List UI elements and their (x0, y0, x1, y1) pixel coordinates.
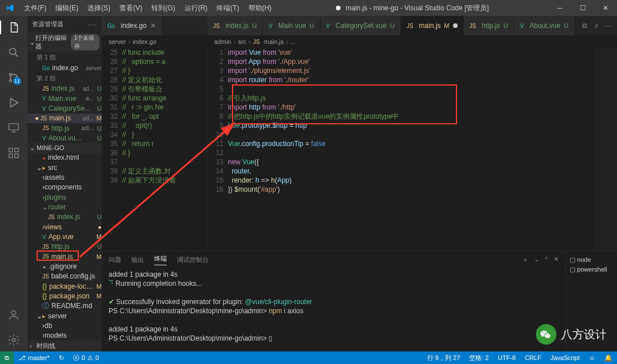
close-icon[interactable]: ✕ (594, 0, 617, 16)
activity-bar: 11 (0, 16, 27, 351)
menu-item[interactable]: 文件(F) (19, 0, 51, 16)
run-debug-icon[interactable] (7, 96, 21, 110)
extensions-icon[interactable] (7, 146, 21, 160)
editor-tabs-right: JSindex.jsUVMain.vueUVCategorySet.vueUJS… (207, 16, 617, 35)
open-editor-item[interactable]: VMain.vuea...U (27, 94, 102, 103)
branch-indicator[interactable]: ⎇ master* (14, 354, 54, 362)
editor-pane-right[interactable]: 1import Vue from 'vue'2import App from '… (207, 48, 617, 251)
group-1-label: 第 1 组 (27, 52, 102, 63)
tree-folder[interactable]: › components (27, 183, 102, 192)
settings-gear-icon[interactable] (7, 333, 21, 347)
compare-icon[interactable]: ⫽ (593, 22, 600, 30)
terminal[interactable]: added 1 package in 4s⠙ Running completio… (102, 268, 566, 351)
open-editor-item[interactable]: ●JSmain.jsad...M (27, 114, 102, 123)
panel-tab[interactable]: 调试控制台 (177, 256, 209, 264)
tree-folder[interactable]: ⌄▸src (27, 163, 102, 172)
editor-area: Goindex.go✕ JSindex.jsUVMain.vueUVCatego… (102, 16, 617, 351)
tree-item[interactable]: {}package.jsonM (27, 291, 102, 301)
more-icon[interactable]: ··· (89, 21, 97, 28)
remote-indicator[interactable]: ⧉ (0, 351, 14, 364)
editor-tab[interactable]: Goindex.go✕ (102, 16, 162, 35)
problems-indicator[interactable]: ⓧ 0 ⚠ 0 (69, 354, 103, 362)
sync-indicator[interactable]: ↻ (54, 354, 69, 362)
panel-close-icon[interactable]: ✕ (554, 256, 559, 264)
svg-point-2 (10, 80, 12, 82)
panel-tabs: 问题输出终端调试控制台 ＋ ⌄ ^ ✕ (102, 252, 566, 268)
editor-pane-left[interactable]: 25// func include26// options = a27// }2… (102, 48, 207, 251)
tree-folder[interactable]: › models (27, 331, 102, 341)
tree-item[interactable]: JShttp.jsU (27, 242, 102, 252)
open-editor-item[interactable]: Goindex.goserver (27, 63, 102, 72)
search-icon[interactable] (7, 46, 21, 59)
minimize-icon[interactable]: ─ (548, 0, 571, 16)
breadcrumb-right[interactable]: admin›src›JS main.js›... (207, 35, 617, 48)
tree-folder[interactable]: › plugins (27, 192, 102, 202)
tree-item[interactable]: ⓘREADME.md (27, 301, 102, 311)
svg-point-1 (10, 74, 12, 76)
panel-tab[interactable]: 问题 (109, 256, 121, 264)
tree-folder[interactable]: › db (27, 321, 102, 330)
encoding-indicator[interactable]: UTF-8 (494, 354, 520, 361)
panel-add-icon[interactable]: ＋ (522, 256, 528, 264)
notifications-icon[interactable]: 🔔 (600, 354, 617, 362)
menu-item[interactable]: 帮助(H) (244, 0, 277, 16)
tree-item[interactable]: VApp.vueM (27, 232, 102, 241)
tree-folder[interactable]: ⌄ router (27, 202, 102, 212)
indent-indicator[interactable]: 空格: 2 (464, 354, 493, 362)
breadcrumb-left[interactable]: server›index.go (102, 35, 207, 48)
menu-item[interactable]: 编辑(E) (51, 0, 83, 16)
editor-tab[interactable]: JSmain.jsM (401, 16, 464, 35)
editor-tab[interactable]: VMain.vueU (263, 16, 320, 35)
split-editor-icon[interactable]: ⧉ (582, 22, 587, 30)
remote-explorer-icon[interactable] (7, 121, 21, 135)
panel-tab[interactable]: 输出 (131, 256, 144, 264)
explorer-sidebar: 资源管理器··· ⌄打开的编辑器1个未保存 第 1 组 Goindex.gose… (27, 16, 102, 351)
open-editor-item[interactable]: VCategorySe...U (27, 103, 102, 113)
tree-item[interactable]: JSindex.jsU (27, 212, 102, 222)
open-editor-item[interactable]: JSindex.jsad...U (27, 84, 102, 94)
svg-rect-5 (9, 148, 13, 152)
tree-item[interactable]: {}package-lock.j...M (27, 281, 102, 291)
open-editors-header[interactable]: ⌄打开的编辑器1个未保存 (27, 33, 102, 52)
minimap[interactable] (594, 48, 617, 251)
editor-tab[interactable]: VCategorySet.vueU (320, 16, 401, 35)
feedback-icon[interactable]: ☺ (584, 354, 600, 361)
open-editor-item[interactable]: JShttp.jsadi...U (27, 123, 102, 133)
title-bar: 文件(F)编辑(E)选择(S)查看(V)转到(G)运行(R)终端(T)帮助(H)… (0, 0, 617, 16)
chevron-down-icon[interactable]: ⌄ (534, 256, 539, 264)
eol-indicator[interactable]: CRLF (520, 354, 546, 361)
editor-tab[interactable]: JSindex.jsU (207, 16, 263, 35)
tree-folder[interactable]: › views● (27, 222, 102, 232)
panel-maximize-icon[interactable]: ^ (545, 256, 548, 264)
svg-rect-7 (9, 154, 13, 157)
menu-item[interactable]: 选择(S) (83, 0, 115, 16)
menu-item[interactable]: 运行(R) (180, 0, 213, 16)
terminal-instance[interactable]: ▢ node (570, 255, 614, 265)
window-title: main.js - mine-go - Visual Studio Code [… (276, 3, 548, 13)
language-indicator[interactable]: JavaScript (546, 354, 584, 361)
project-header[interactable]: ⌄MINE-GO (27, 143, 102, 153)
explorer-icon[interactable] (0, 21, 27, 34)
wechat-icon (536, 324, 556, 345)
svg-point-0 (10, 48, 16, 55)
tree-item-mainjs[interactable]: JSmain.jsM (27, 252, 102, 261)
tree-folder[interactable]: ⌄▸server (27, 311, 102, 321)
menu-item[interactable]: 终端(T) (212, 0, 243, 16)
cursor-position[interactable]: 行 9，列 27 (423, 354, 464, 362)
tree-item[interactable]: ⬥.gitignore (27, 261, 102, 271)
panel-tab[interactable]: 终端 (154, 254, 167, 265)
tree-folder[interactable]: › assets (27, 172, 102, 182)
editor-tab[interactable]: JShttp.jsU (464, 16, 515, 35)
open-editor-item[interactable]: VAbout.vu...U (27, 133, 102, 143)
maximize-icon[interactable]: ☐ (571, 0, 594, 16)
source-control-icon[interactable]: 11 (7, 71, 21, 84)
tree-item[interactable]: ⬥index.html (27, 153, 102, 163)
account-icon[interactable] (7, 308, 21, 322)
menu-item[interactable]: 转到(G) (147, 0, 179, 16)
editor-tab[interactable]: VAbout.vueU (514, 16, 575, 35)
tree-item[interactable]: JSbabel.config.js (27, 272, 102, 281)
timeline-header[interactable]: ›时间线 (27, 341, 102, 351)
terminal-instance[interactable]: ▢ powershell (570, 265, 614, 274)
more-icon[interactable]: ··· (606, 22, 611, 30)
menu-item[interactable]: 查看(V) (115, 0, 147, 16)
